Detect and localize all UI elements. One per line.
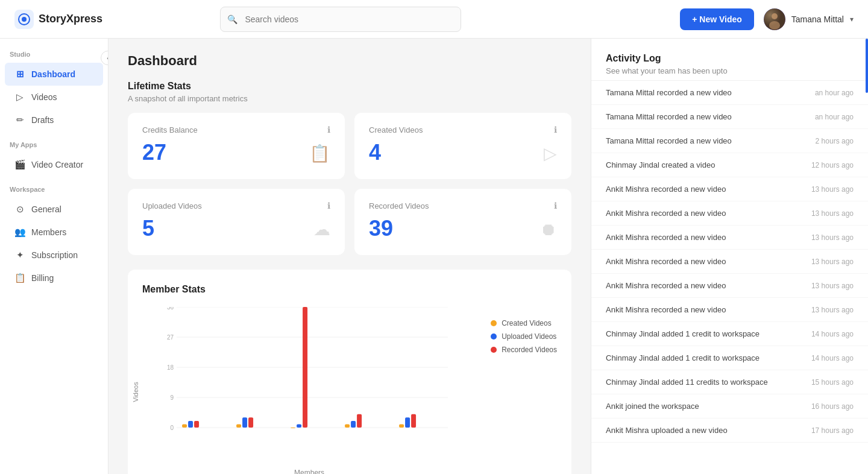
activity-item: Ankit Mishra recorded a new video13 hour…	[591, 298, 868, 322]
svg-rect-26	[357, 414, 362, 428]
search-input[interactable]	[220, 7, 461, 32]
stats-grid: Credits Balance ℹ 27 📋 Created Videos ℹ …	[128, 113, 571, 255]
body: ‹ Studio⊞Dashboard▷Videos✏DraftsMy Apps🎬…	[0, 39, 868, 474]
lifetime-stats-section: Lifetime Stats A snapshot of all importa…	[128, 81, 571, 255]
new-video-button[interactable]: + New Video	[680, 8, 754, 30]
stat-card-body: 5 ☁	[142, 218, 330, 239]
info-icon-credits-balance[interactable]: ℹ	[327, 125, 330, 134]
activity-item: Tamana Mittal recorded a new videoan hou…	[591, 105, 868, 129]
sidebar-label-members: Members	[31, 227, 66, 237]
activity-text: Chinmay Jindal created a video	[606, 160, 802, 169]
user-info[interactable]: Tamana Mittal ▾	[764, 8, 854, 30]
svg-rect-24	[345, 424, 350, 428]
svg-text:18: 18	[167, 364, 174, 371]
svg-rect-28	[405, 417, 410, 428]
chevron-down-icon: ▾	[850, 15, 854, 24]
svg-point-1	[22, 17, 27, 22]
activity-text: Tamana Mittal recorded a new video	[606, 88, 805, 97]
sidebar-label-drafts: Drafts	[31, 115, 54, 125]
legend-item: Uploaded Videos	[491, 332, 557, 341]
svg-rect-25	[351, 421, 356, 428]
stat-card-body: 27 📋	[142, 142, 330, 163]
stat-card-recorded-videos: Recorded Videos ℹ 39 ⏺	[354, 189, 571, 255]
sidebar-section-label-my-apps: My Apps	[0, 141, 108, 153]
stat-card-title-uploaded-videos: Uploaded Videos	[142, 201, 202, 210]
info-icon-created-videos[interactable]: ℹ	[554, 125, 557, 134]
sidebar-icon-dashboard: ⊞	[14, 69, 25, 80]
svg-rect-27	[399, 424, 404, 428]
activity-text: Chinmay Jindal added 11 credits to works…	[606, 378, 802, 387]
chart-area: Videos 09182736 Members	[142, 307, 476, 474]
activity-time: 14 hours ago	[811, 354, 854, 362]
stat-icon-credits-balance: 📋	[309, 144, 330, 163]
sidebar-label-subscription: Subscription	[31, 250, 78, 260]
activity-text: Ankit Mishra recorded a new video	[606, 185, 802, 194]
sidebar-item-videos[interactable]: ▷Videos	[5, 86, 103, 109]
activity-subtitle: See what your team has been upto	[606, 66, 854, 75]
legend-label: Uploaded Videos	[502, 332, 556, 341]
activity-item: Chinmay Jindal added 1 credit to workspa…	[591, 322, 868, 346]
activity-text: Ankit Mishra recorded a new video	[606, 281, 802, 290]
sidebar-label-billing: Billing	[31, 273, 54, 283]
sidebar-item-subscription[interactable]: ✦Subscription	[5, 244, 103, 267]
activity-time: 12 hours ago	[811, 161, 854, 169]
logo: StoryXpress	[14, 10, 111, 29]
sidebar-item-video-creator[interactable]: 🎬Video Creator	[5, 153, 103, 176]
header-right: + New Video Tamana Mittal ▾	[680, 8, 854, 30]
sidebar-item-drafts[interactable]: ✏Drafts	[5, 109, 103, 131]
stat-value-created-videos: 4	[369, 142, 381, 163]
scroll-indicator	[866, 39, 868, 93]
member-stats-section: Member Stats Videos 09182736 Members Cre…	[128, 270, 571, 474]
activity-time: 14 hours ago	[811, 330, 854, 338]
stat-card-header: Uploaded Videos ℹ	[142, 201, 330, 210]
activity-item: Tamana Mittal recorded a new video2 hour…	[591, 129, 868, 153]
activity-text: Ankit Mishra recorded a new video	[606, 305, 802, 314]
sidebar-icon-drafts: ✏	[14, 115, 25, 125]
sidebar-section-label-workspace: Workspace	[0, 186, 108, 198]
activity-text: Ankit Mishra recorded a new video	[606, 257, 802, 266]
activity-item: Chinmay Jindal added 1 credit to workspa…	[591, 346, 868, 370]
activity-time: 13 hours ago	[811, 282, 854, 290]
stat-card-header: Recorded Videos ℹ	[369, 201, 557, 210]
activity-text: Ankit Mishra recorded a new video	[606, 209, 802, 218]
stat-card-created-videos: Created Videos ℹ 4 ▷	[354, 113, 571, 179]
activity-time: 13 hours ago	[811, 185, 854, 194]
chart-y-label: Videos	[132, 382, 139, 402]
info-icon-uploaded-videos[interactable]: ℹ	[327, 201, 330, 210]
activity-text: Tamana Mittal recorded a new video	[606, 112, 805, 121]
activity-header: Activity Log See what your team has been…	[591, 39, 868, 81]
activity-text: Chinmay Jindal added 1 credit to workspa…	[606, 353, 802, 362]
sidebar-icon-videos: ▷	[14, 92, 25, 103]
stat-card-title-credits-balance: Credits Balance	[142, 125, 198, 134]
stat-icon-recorded-videos: ⏺	[540, 220, 557, 239]
stat-value-recorded-videos: 39	[369, 218, 393, 239]
svg-rect-18	[236, 424, 241, 428]
activity-item: Ankit joined the workspace16 hours ago	[591, 394, 868, 419]
svg-text:27: 27	[167, 334, 174, 341]
svg-point-3	[772, 13, 778, 19]
stat-card-title-created-videos: Created Videos	[369, 125, 423, 134]
page-title: Dashboard	[128, 53, 571, 69]
sidebar-item-members[interactable]: 👥Members	[5, 221, 103, 244]
svg-rect-23	[303, 307, 307, 428]
activity-time: 13 hours ago	[811, 258, 854, 266]
svg-rect-17	[194, 421, 199, 428]
svg-rect-22	[297, 424, 301, 428]
info-icon-recorded-videos[interactable]: ℹ	[554, 201, 557, 210]
svg-rect-20	[248, 417, 253, 428]
svg-rect-29	[411, 414, 416, 428]
stat-card-body: 39 ⏺	[369, 218, 557, 239]
activity-text: Ankit Mishra recorded a new video	[606, 233, 802, 242]
lifetime-stats-subtitle: A snapshot of all important metrics	[128, 94, 571, 103]
sidebar-item-billing[interactable]: 📋Billing	[5, 267, 103, 289]
activity-time: 13 hours ago	[811, 233, 854, 242]
activity-text: Tamana Mittal recorded a new video	[606, 136, 806, 145]
activity-time: 16 hours ago	[811, 402, 854, 411]
activity-panel: Activity Log See what your team has been…	[591, 39, 868, 474]
activity-item: Ankit Mishra recorded a new video13 hour…	[591, 201, 868, 226]
sidebar-item-dashboard[interactable]: ⊞Dashboard	[5, 63, 103, 86]
search-bar: 🔍	[220, 7, 461, 32]
activity-time: 15 hours ago	[811, 378, 854, 387]
activity-time: an hour ago	[815, 89, 854, 97]
sidebar-item-general[interactable]: ⊙General	[5, 198, 103, 221]
